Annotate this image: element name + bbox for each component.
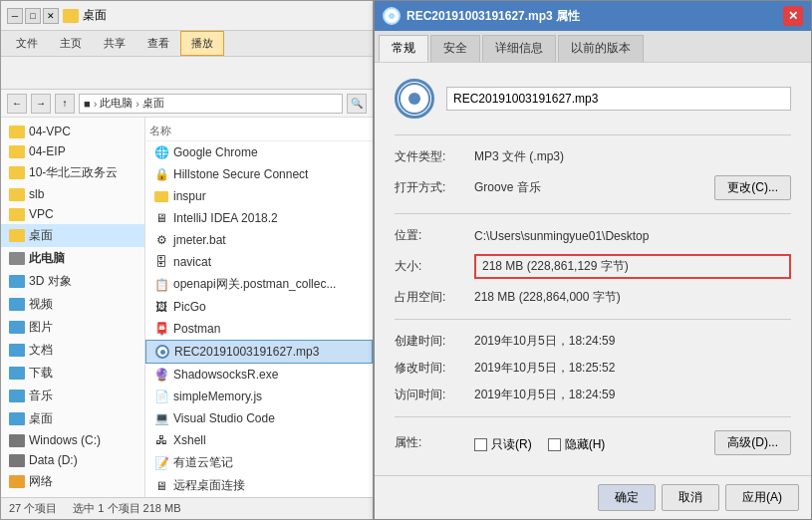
sidebar-item-ddrive[interactable]: Data (D:) (1, 450, 144, 470)
file-item-intellij[interactable]: 🖥 IntelliJ IDEA 2018.2 (145, 207, 373, 229)
dialog-title-text: REC20191003191627.mp3 属性 (406, 8, 777, 25)
dialog-title-icon (383, 7, 401, 25)
minimize-btn[interactable]: ─ (7, 8, 23, 24)
file-list-header: 名称 (145, 122, 373, 141)
disk-icon (9, 454, 25, 467)
hidden-checkbox[interactable] (548, 438, 561, 451)
file-item-hillstone[interactable]: 🔒 Hillstone Secure Connect (145, 163, 373, 185)
tab-security[interactable]: 安全 (430, 35, 480, 62)
status-selected: 选中 1 个项目 218 MB (73, 501, 180, 516)
tab-general[interactable]: 常规 (379, 35, 428, 62)
sidebar-label: 桌面 (29, 227, 53, 244)
folder-icon (9, 208, 25, 221)
file-item-rec-mp3[interactable]: REC20191003191627.mp3 (145, 340, 373, 364)
dialog-close-btn[interactable]: ✕ (783, 6, 803, 26)
sidebar-item-network[interactable]: 网络 (1, 470, 144, 493)
sidebar-label: Data (D:) (29, 453, 78, 467)
file-item-shadowsocks[interactable]: 🔮 ShadowsocksR.exe (145, 364, 373, 386)
sidebar-item-docs[interactable]: 文档 (1, 339, 144, 362)
sidebar-item-04vpc[interactable]: 04-VPC (1, 122, 144, 141)
maximize-btn[interactable]: □ (25, 8, 41, 24)
up-btn[interactable]: ↑ (55, 94, 75, 114)
mp3-file-icon (154, 344, 170, 360)
attributes-label: 属性: (395, 434, 474, 451)
filename-input[interactable] (446, 87, 791, 111)
file-item-postman[interactable]: 📮 Postman (145, 318, 373, 340)
file-item-vscode[interactable]: 💻 Visual Studio Code (145, 407, 373, 429)
sidebar-label: 视频 (29, 296, 53, 313)
size-value: 218 MB (228,861,129 字节) (474, 254, 791, 279)
tab-file[interactable]: 文件 (5, 31, 49, 56)
sidebar-item-04eip[interactable]: 04-EIP (1, 141, 144, 161)
sidebar-item-desktop2[interactable]: 桌面 (1, 407, 144, 430)
ok-btn[interactable]: 确定 (598, 484, 656, 511)
search-btn[interactable]: 🔍 (347, 94, 367, 114)
sidebar-label: Windows (C:) (29, 433, 101, 447)
change-btn[interactable]: 更改(C)... (714, 175, 791, 200)
ribbon-tabs: 文件 主页 共享 查看 播放 (1, 31, 373, 57)
file-item-postman-collection[interactable]: 📋 openapi网关.postman_collec... (145, 273, 373, 296)
xshell-icon: 🖧 (153, 432, 169, 448)
file-item-inspur[interactable]: inspur (145, 185, 373, 207)
sidebar-item-video[interactable]: 视频 (1, 293, 144, 316)
sidebar-item-3d[interactable]: 3D 对象 (1, 270, 144, 293)
sidebar-label: 3D 对象 (29, 273, 72, 290)
tab-previous-versions[interactable]: 以前的版本 (558, 35, 644, 62)
sidebar-item-pictures[interactable]: 图片 (1, 316, 144, 339)
hidden-label: 隐藏(H) (565, 436, 606, 453)
sidebar-label: 下载 (29, 365, 53, 382)
readonly-checkbox[interactable] (474, 438, 487, 451)
cancel-btn[interactable]: 取消 (662, 484, 719, 511)
forward-btn[interactable]: → (31, 94, 51, 114)
close-btn[interactable]: ✕ (43, 8, 59, 24)
sidebar: 04-VPC 04-EIP 10-华北三政务云 slb VPC 桌面 (1, 118, 145, 497)
path-arrow-2: › (135, 98, 139, 110)
readonly-checkbox-item[interactable]: 只读(R) (474, 436, 532, 453)
divider-3 (395, 319, 791, 320)
vscode-icon: 💻 (153, 410, 169, 426)
sidebar-item-thispc[interactable]: 此电脑 (1, 247, 144, 270)
tab-home[interactable]: 主页 (49, 31, 93, 56)
sidebar-item-downloads[interactable]: 下载 (1, 362, 144, 385)
mp3-icon (395, 79, 434, 119)
sidebar-item-cdrive[interactable]: Windows (C:) (1, 430, 144, 450)
sidebar-item-desktop[interactable]: 桌面 (1, 224, 144, 247)
sidebar-item-music[interactable]: 音乐 (1, 385, 144, 407)
navicat-icon: 🗄 (153, 254, 169, 270)
file-item-simplememory[interactable]: 📄 simpleMemory.js (145, 386, 373, 407)
hidden-checkbox-item[interactable]: 隐藏(H) (548, 436, 606, 453)
tab-view[interactable]: 查看 (136, 31, 180, 56)
folder-icon-blue (9, 367, 25, 380)
file-item-xshell[interactable]: 🖧 Xshell (145, 429, 373, 451)
tab-play[interactable]: 播放 (180, 31, 224, 56)
sidebar-item-slb[interactable]: slb (1, 184, 144, 204)
file-name: Visual Studio Code (173, 411, 275, 425)
file-item-picgo[interactable]: 🖼 PicGo (145, 296, 373, 318)
folder-icon-blue (9, 390, 25, 402)
sidebar-item-10[interactable]: 10-华北三政务云 (1, 161, 144, 184)
apply-btn[interactable]: 应用(A) (725, 484, 799, 511)
sidebar-item-vpc[interactable]: VPC (1, 204, 144, 224)
back-btn[interactable]: ← (7, 94, 27, 114)
prop-row-filetype: 文件类型: MP3 文件 (.mp3) (395, 143, 791, 170)
sidebar-label: 04-VPC (29, 125, 71, 138)
prop-row-accessed: 访问时间: 2019年10月5日，18:24:59 (395, 382, 791, 408)
sidebar-label: 网络 (29, 473, 53, 490)
advanced-btn[interactable]: 高级(D)... (714, 430, 791, 455)
file-item-youdao[interactable]: 📝 有道云笔记 (145, 451, 373, 474)
dialog-title-bar: REC20191003191627.mp3 属性 ✕ (375, 1, 811, 31)
file-item-navicat[interactable]: 🗄 navicat (145, 251, 373, 273)
tab-share[interactable]: 共享 (93, 31, 136, 56)
column-name[interactable]: 名称 (149, 125, 171, 136)
file-item-chrome[interactable]: 🌐 Google Chrome (145, 141, 373, 163)
status-count: 27 个项目 (9, 501, 57, 516)
file-item-rdp[interactable]: 🖥 远程桌面连接 (145, 474, 373, 497)
address-path[interactable]: ■ › 此电脑 › 桌面 (79, 94, 343, 114)
file-item-jmeter[interactable]: ⚙ jmeter.bat (145, 229, 373, 251)
tab-details[interactable]: 详细信息 (482, 35, 556, 62)
sidebar-label: 文档 (29, 342, 53, 359)
folder-icon-blue (9, 344, 25, 357)
folder-icon (9, 188, 25, 201)
openwith-value: Groove 音乐 (474, 179, 714, 196)
prop-row-created: 创建时间: 2019年10月5日，18:24:59 (395, 328, 791, 355)
